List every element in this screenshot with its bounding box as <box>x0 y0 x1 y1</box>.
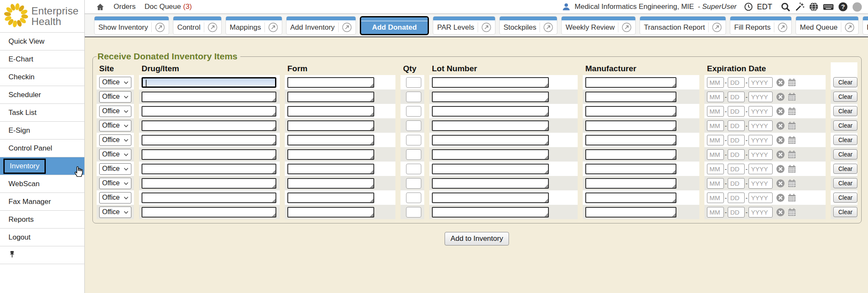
sidebar-item-control-panel[interactable]: Control Panel <box>0 140 84 157</box>
open-in-new-window-icon[interactable] <box>841 22 854 32</box>
breadcrumb-doc-queue[interactable]: Doc Queue (3) <box>145 3 192 11</box>
manufacturer-input[interactable] <box>585 77 676 88</box>
tab-med-queue[interactable]: Med Queue <box>796 16 859 35</box>
open-in-new-window-icon[interactable] <box>540 22 553 32</box>
manufacturer-input[interactable] <box>585 193 676 203</box>
calendar-icon[interactable] <box>787 193 797 203</box>
expiration-month-input[interactable] <box>707 92 724 102</box>
expiration-day-input[interactable] <box>728 106 745 117</box>
drug-item-input[interactable] <box>142 92 276 102</box>
expiration-year-input[interactable] <box>748 164 773 174</box>
tab-stockpiles[interactable]: Stockpiles <box>499 16 557 35</box>
qty-input[interactable] <box>406 193 421 203</box>
lot-number-input[interactable] <box>432 207 549 218</box>
expiration-day-input[interactable] <box>728 92 745 102</box>
manufacturer-input[interactable] <box>585 178 676 189</box>
manufacturer-input[interactable] <box>585 207 676 218</box>
help-icon[interactable]: ? <box>838 2 848 12</box>
open-in-new-window-icon[interactable] <box>264 22 278 32</box>
open-in-new-window-icon[interactable] <box>774 22 787 32</box>
add-to-inventory-button[interactable]: Add to Inventory <box>445 232 509 246</box>
clear-row-button[interactable]: Clear <box>833 178 857 188</box>
tab-par-levels[interactable]: PAR Levels <box>433 16 495 35</box>
form-input[interactable] <box>287 149 374 160</box>
lot-number-input[interactable] <box>432 77 549 88</box>
open-in-new-window-icon[interactable] <box>338 22 352 32</box>
expiration-month-input[interactable] <box>707 207 724 218</box>
clear-date-icon[interactable] <box>776 107 785 116</box>
open-in-new-window-icon[interactable] <box>478 22 491 32</box>
manufacturer-input[interactable] <box>585 149 676 160</box>
expiration-day-input[interactable] <box>728 77 745 88</box>
form-input[interactable] <box>287 164 374 174</box>
clear-date-icon[interactable] <box>776 121 785 130</box>
drug-item-input[interactable] <box>142 77 276 88</box>
drug-item-input[interactable] <box>142 149 276 160</box>
lot-number-input[interactable] <box>432 193 549 203</box>
sidebar-item-task-list[interactable]: Task List <box>0 104 84 122</box>
sidebar-item-e-sign[interactable]: E-Sign <box>0 122 84 140</box>
qty-input[interactable] <box>406 149 421 160</box>
manufacturer-input[interactable] <box>585 92 676 102</box>
calendar-icon[interactable] <box>787 150 797 159</box>
expiration-day-input[interactable] <box>728 149 745 160</box>
lot-number-input[interactable] <box>432 178 549 189</box>
drug-item-input[interactable] <box>142 164 276 174</box>
manufacturer-input[interactable] <box>585 120 676 131</box>
expiration-day-input[interactable] <box>728 207 745 218</box>
expiration-year-input[interactable] <box>748 92 773 102</box>
expiration-year-input[interactable] <box>748 207 773 218</box>
qty-input[interactable] <box>406 77 421 88</box>
calendar-icon[interactable] <box>787 207 797 217</box>
site-select[interactable]: Office <box>99 134 131 146</box>
tab-blank-labels[interactable]: Blank Labels <box>862 16 868 35</box>
sidebar-item-fax-manager[interactable]: Fax Manager <box>0 193 84 211</box>
clear-row-button[interactable]: Clear <box>833 77 857 87</box>
manufacturer-input[interactable] <box>585 164 676 174</box>
form-input[interactable] <box>287 207 374 218</box>
form-input[interactable] <box>287 193 374 203</box>
expiration-year-input[interactable] <box>748 135 773 145</box>
qty-input[interactable] <box>406 164 421 174</box>
site-select[interactable]: Office <box>99 77 131 88</box>
calendar-icon[interactable] <box>787 121 797 131</box>
clear-row-button[interactable]: Clear <box>833 207 857 217</box>
clear-date-icon[interactable] <box>776 179 785 188</box>
tab-mappings[interactable]: Mappings <box>225 16 282 35</box>
lot-number-input[interactable] <box>432 106 549 117</box>
open-in-new-window-icon[interactable] <box>204 22 217 32</box>
expiration-month-input[interactable] <box>707 178 724 189</box>
qty-input[interactable] <box>406 207 421 218</box>
sidebar-item-scheduler[interactable]: Scheduler <box>0 86 84 104</box>
site-select[interactable]: Office <box>99 91 131 103</box>
expiration-day-input[interactable] <box>728 178 745 189</box>
clock-icon[interactable] <box>744 2 753 11</box>
breadcrumb-orders[interactable]: Orders <box>114 3 136 11</box>
sidebar-item-logout[interactable]: Logout <box>0 229 84 246</box>
lot-number-input[interactable] <box>432 120 549 131</box>
manufacturer-input[interactable] <box>585 135 676 145</box>
globe-icon[interactable] <box>809 2 819 12</box>
calendar-icon[interactable] <box>787 179 797 188</box>
open-in-new-window-icon[interactable] <box>618 22 632 32</box>
clear-row-button[interactable]: Clear <box>833 193 857 203</box>
open-in-new-window-icon[interactable] <box>151 22 165 32</box>
clear-row-button[interactable]: Clear <box>833 164 857 174</box>
site-select[interactable]: Office <box>99 106 131 117</box>
sidebar-item-reports[interactable]: Reports <box>0 211 84 229</box>
expiration-month-input[interactable] <box>707 77 724 88</box>
expiration-day-input[interactable] <box>728 164 745 174</box>
qty-input[interactable] <box>406 92 421 102</box>
form-input[interactable] <box>287 106 374 117</box>
calendar-icon[interactable] <box>787 78 797 87</box>
sidebar-pin-button[interactable] <box>0 246 84 264</box>
tab-show-inventory[interactable]: Show Inventory <box>94 16 169 35</box>
sidebar-item-checkin[interactable]: Checkin <box>0 68 84 86</box>
expiration-day-input[interactable] <box>728 120 745 131</box>
expiration-month-input[interactable] <box>707 135 724 145</box>
calendar-icon[interactable] <box>787 164 797 174</box>
tab-add-donated[interactable]: Add Donated <box>360 16 429 35</box>
site-select[interactable]: Office <box>99 206 131 218</box>
sidebar-item-inventory[interactable]: Inventory <box>0 157 84 175</box>
expiration-month-input[interactable] <box>707 149 724 160</box>
